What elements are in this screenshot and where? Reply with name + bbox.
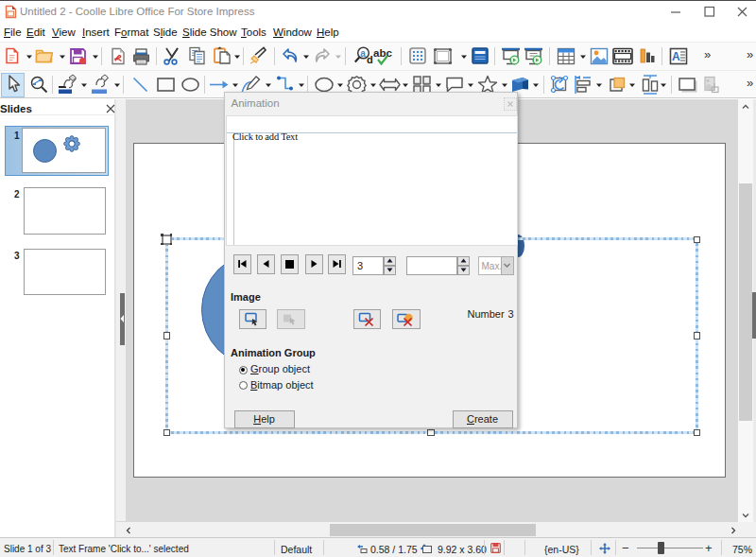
svg-text:A: A — [672, 50, 680, 63]
svg-text:abc: abc — [373, 47, 392, 59]
svg-text:a: a — [360, 48, 366, 59]
svg-text:d: d — [367, 54, 373, 65]
